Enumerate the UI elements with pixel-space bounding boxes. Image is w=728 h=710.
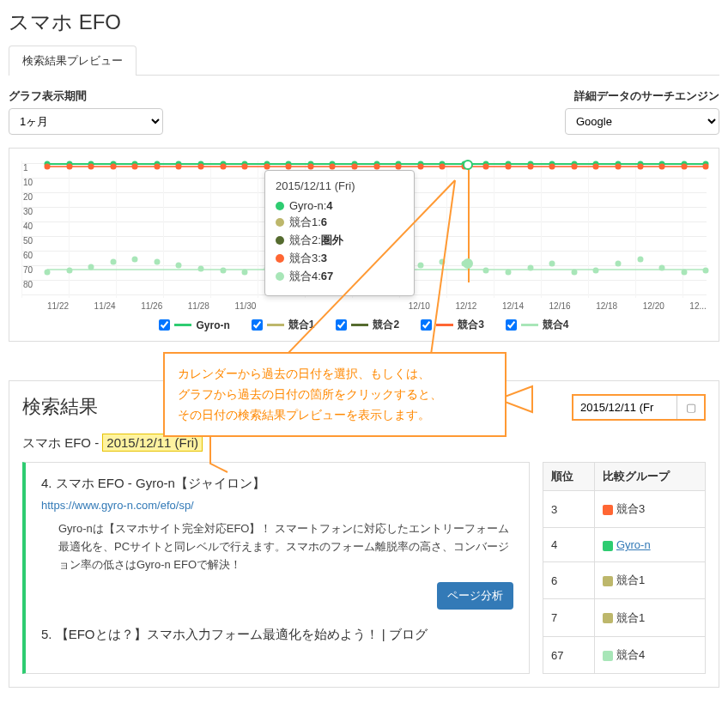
legend-item[interactable]: 競合4 — [506, 318, 569, 332]
result-item: 4. スマホ EFO - Gyro-n【ジャイロン】 https://www.g… — [41, 476, 513, 610]
legend-checkbox[interactable] — [159, 319, 170, 331]
search-results-list[interactable]: 4. スマホ EFO - Gyro-n【ジャイロン】 https://www.g… — [22, 462, 530, 674]
date-picker[interactable]: ▢ — [572, 394, 706, 421]
results-subtitle: スマホ EFO - 2015/12/11 (Fri) — [22, 435, 706, 452]
engine-select[interactable]: Google — [565, 108, 719, 135]
rank-table: 順位 比較グループ 3競合34Gyro-n6競合17競合167競合4 — [543, 462, 706, 674]
page-analysis-button[interactable]: ページ分析 — [437, 582, 513, 610]
date-input[interactable] — [573, 396, 676, 419]
legend-checkbox[interactable] — [506, 319, 517, 331]
legend-item[interactable]: 競合1 — [252, 318, 315, 332]
legend-checkbox[interactable] — [421, 319, 432, 331]
result-title: 4. スマホ EFO - Gyro-n【ジャイロン】 — [41, 476, 513, 492]
table-row: 4Gyro-n — [543, 528, 706, 562]
period-select[interactable]: 1ヶ月 — [9, 108, 163, 135]
result-title: 5. 【EFOとは？】スマホ入力フォーム最適化を始めよう！ | ブログ — [41, 627, 513, 643]
tab-search-preview[interactable]: 検索結果プレビュー — [9, 46, 136, 76]
result-item: 5. 【EFOとは？】スマホ入力フォーム最適化を始めよう！ | ブログ — [41, 627, 513, 643]
y-axis: 11020304050607080 — [23, 161, 33, 292]
rank-header: 順位 — [543, 463, 595, 491]
period-label: グラフ表示期間 — [9, 88, 163, 104]
legend-item[interactable]: 競合2 — [336, 318, 399, 332]
calendar-icon[interactable]: ▢ — [676, 396, 704, 419]
table-row: 3競合3 — [543, 491, 706, 528]
page-title: スマホ EFO — [9, 9, 719, 36]
x-axis: 11/2211/2411/2611/2811/3012/1012/1212/14… — [21, 301, 707, 311]
legend-checkbox[interactable] — [252, 319, 263, 331]
marker-dot-top — [463, 160, 473, 170]
tooltip-date: 2015/12/11 (Fri) — [276, 179, 403, 192]
legend-item[interactable]: Gyro-n — [159, 318, 229, 332]
result-url[interactable]: https://www.gyro-n.com/efo/sp/ — [41, 499, 513, 512]
group-header: 比較グループ — [594, 463, 705, 491]
engine-label: 詳細データのサーチエンジン — [565, 88, 719, 104]
table-row: 7競合1 — [543, 599, 706, 636]
table-row: 67競合4 — [543, 636, 706, 674]
tabs: 検索結果プレビュー — [9, 45, 719, 76]
legend: Gyro-n競合1競合2競合3競合4 — [21, 318, 707, 332]
callout-annotation: カレンダーから過去の日付を選択、もしくは、 グラフから過去の日付の箇所をクリック… — [163, 352, 507, 437]
chart-tooltip: 2015/12/11 (Fri) Gyro-n:4競合1:6競合2:圏外競合3:… — [264, 170, 415, 296]
marker-dot-bottom — [463, 258, 473, 269]
legend-checkbox[interactable] — [336, 319, 347, 331]
legend-item[interactable]: 競合3 — [421, 318, 484, 332]
table-row: 6競合1 — [543, 561, 706, 598]
result-desc: Gyro-nは【スマホサイト完全対応EFO】！ スマートフォンに対応したエントリ… — [58, 520, 513, 573]
